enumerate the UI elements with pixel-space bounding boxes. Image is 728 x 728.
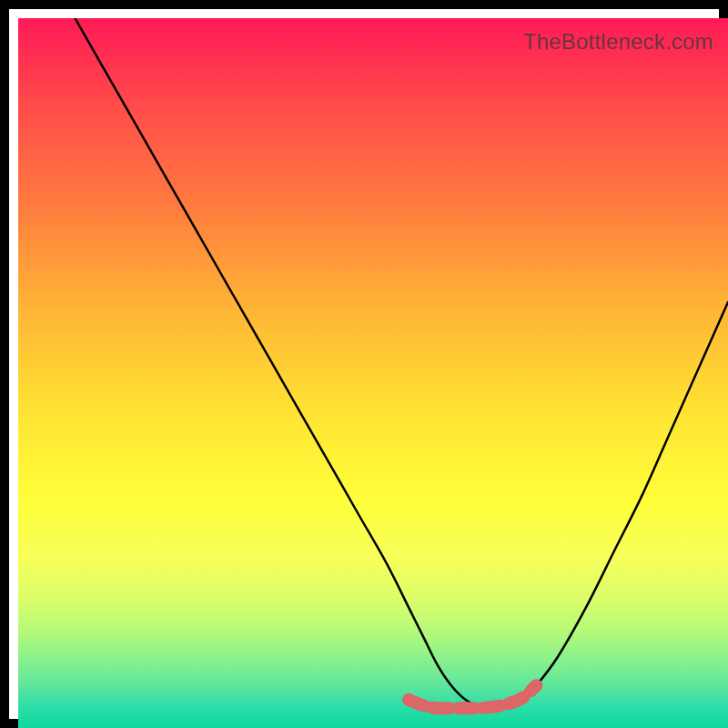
chart-frame: TheBottleneck.com bbox=[0, 0, 728, 728]
watermark-text: TheBottleneck.com bbox=[523, 29, 713, 55]
highlight-segment bbox=[409, 685, 536, 708]
chart-overlay bbox=[18, 18, 728, 728]
plot-area: TheBottleneck.com bbox=[18, 18, 728, 728]
bottleneck-curve bbox=[75, 18, 728, 707]
